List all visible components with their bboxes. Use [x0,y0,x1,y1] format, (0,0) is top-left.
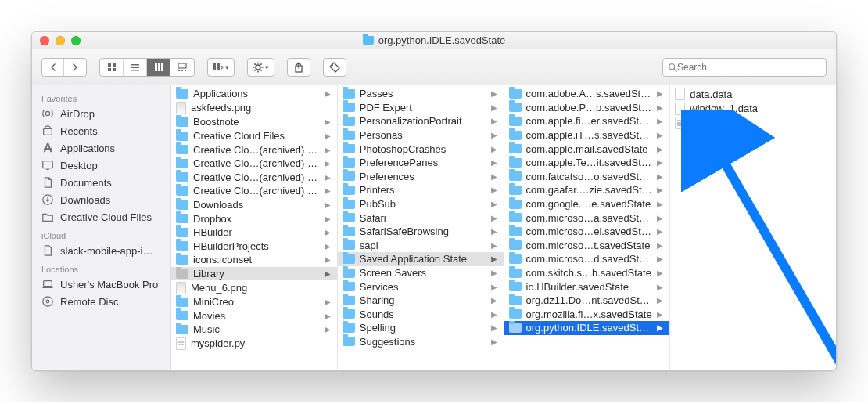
tags-button[interactable] [323,58,346,77]
svg-rect-1 [113,63,116,67]
arrange-button[interactable]: ▾ [207,58,235,77]
list-item[interactable]: Music▶ [171,323,337,337]
list-item[interactable]: Sounds▶ [338,308,504,322]
list-item[interactable]: data.data [670,87,836,102]
list-item[interactable]: com.fatcatso…o.savedState▶ [504,170,670,184]
list-item[interactable]: com.apple.mail.savedState▶ [504,142,670,156]
list-item[interactable]: HBuilder▶ [171,225,337,240]
list-item[interactable]: Spelling▶ [338,321,504,335]
list-item[interactable]: Creative Clo…(archived) (2)▶ [171,157,337,171]
sidebar-item[interactable]: slack-mobile-app-i… [32,242,170,259]
search-field[interactable] [662,58,827,77]
list-item[interactable]: askfeeds.png [171,101,337,116]
list-item[interactable]: com.microso…el.savedState▶ [504,225,670,239]
list-item[interactable]: Safari▶ [338,211,504,225]
list-item[interactable]: SafariSafeBrowsing▶ [338,225,504,239]
sidebar-item[interactable]: A̶Applications [32,139,170,157]
image-file-icon [176,102,186,114]
list-item[interactable]: com.microso…a.savedState▶ [504,211,670,225]
list-item[interactable]: Passes▶ [338,87,504,101]
list-item[interactable]: Creative Clo…(archived) (1)▶ [171,142,337,157]
list-item[interactable]: Services▶ [338,280,504,294]
list-item[interactable]: org.mozilla.fi…x.savedState▶ [504,308,670,322]
close-button[interactable] [40,36,49,45]
chevron-right-icon: ▶ [491,158,497,167]
list-item[interactable]: Suggestions▶ [338,335,504,349]
list-item[interactable]: com.google.…e.savedState▶ [504,197,670,211]
list-item[interactable]: Dropbox▶ [171,211,337,225]
sidebar-item[interactable]: AirDrop [32,105,170,122]
sidebar-item[interactable]: Remote Disc [32,293,170,310]
sidebar-item[interactable]: Downloads [32,191,170,208]
sidebar-item[interactable]: Desktop [32,157,170,174]
folder-icon [509,158,522,168]
list-item[interactable]: Creative Cloud Files▶ [171,129,337,143]
list-item[interactable]: com.adobe.P…p.savedState▶ [504,101,670,115]
list-item[interactable]: Movies▶ [171,309,337,323]
list-item[interactable]: com.apple.Te…it.savedState▶ [504,156,670,170]
list-item[interactable]: Saved Application State▶ [338,252,504,266]
list-item[interactable]: io.HBuilder.savedState▶ [504,280,670,294]
column-view-button[interactable] [147,59,170,76]
list-item[interactable]: com.microso…d.savedState▶ [504,252,670,266]
item-label: icons.iconset [193,254,320,265]
gallery-view-button[interactable] [170,59,194,76]
action-button[interactable]: ▾ [247,58,274,77]
list-item[interactable]: PDF Expert▶ [338,101,504,115]
list-item[interactable]: Personas▶ [338,128,504,142]
list-item[interactable]: myspider.py [171,337,337,352]
zoom-button[interactable] [71,36,81,45]
column[interactable]: com.adobe.A…s.savedState▶com.adobe.P…p.s… [504,85,671,370]
svg-point-38 [43,297,52,306]
chevron-right-icon: ▶ [491,145,497,153]
column[interactable]: Applications▶askfeeds.pngBoostnote▶Creat… [171,85,338,370]
forward-button[interactable] [64,59,86,76]
list-item[interactable]: Screen Savers▶ [338,266,504,280]
list-item[interactable]: Printers▶ [338,183,504,197]
list-item[interactable]: icons.iconset▶ [171,253,337,267]
icon-view-button[interactable] [100,59,124,76]
list-item[interactable]: com.microso…t.savedState▶ [504,239,670,253]
sidebar-item[interactable]: Recents [32,122,170,139]
column[interactable]: data.datawindow_1.datawindows.plist [670,85,836,370]
folder-icon [509,323,522,333]
folder-icon [176,172,188,182]
search-input[interactable] [677,62,821,73]
list-item[interactable]: Creative Clo…(archived) (4)▶ [171,184,337,198]
minimize-button[interactable] [56,36,65,45]
list-item[interactable]: com.adobe.A…s.savedState▶ [504,87,670,101]
share-button[interactable] [287,58,310,77]
list-item[interactable]: com.gaafar.…zie.savedState▶ [504,183,670,197]
list-item[interactable]: window_1.data [670,102,836,117]
list-item[interactable]: Downloads▶ [171,198,337,212]
list-item[interactable]: org.dz11.Do…nt.savedState▶ [504,294,670,308]
list-item[interactable]: com.skitch.s…h.savedState▶ [504,266,670,280]
sidebar-item[interactable]: Documents [32,174,170,191]
list-item[interactable]: Creative Clo…(archived) (3)▶ [171,171,337,185]
item-label: Creative Clo…(archived) (3) [193,171,320,183]
list-item[interactable]: Menu_6.png [171,280,337,295]
list-item[interactable]: MiniCreo▶ [171,295,337,309]
list-item[interactable]: Boostnote▶ [171,115,337,129]
list-view-button[interactable] [124,59,147,76]
sidebar-item[interactable]: Creative Cloud Files [32,208,170,225]
list-item[interactable]: PersonalizationPortrait▶ [338,114,504,128]
list-item[interactable]: PubSub▶ [338,197,504,211]
sidebar-item[interactable]: Usher's MacBook Pro [32,276,170,293]
back-button[interactable] [42,59,64,76]
column[interactable]: Passes▶PDF Expert▶PersonalizationPortrai… [338,85,504,370]
list-item[interactable]: windows.plist [670,116,836,131]
list-item[interactable]: com.apple.fi…er.savedState▶ [504,114,670,128]
folder-icon [509,309,522,319]
list-item[interactable]: sapi▶ [338,239,504,253]
list-item[interactable]: com.apple.iT…s.savedState▶ [504,128,670,142]
list-item[interactable]: Preferences▶ [338,170,504,184]
list-item[interactable]: org.python.IDLE.savedState▶ [504,321,670,335]
chevron-right-icon: ▶ [325,132,331,140]
list-item[interactable]: PreferencePanes▶ [338,156,504,170]
list-item[interactable]: Library▶ [171,267,337,281]
list-item[interactable]: Applications▶ [171,87,337,101]
list-item[interactable]: Sharing▶ [338,294,504,308]
list-item[interactable]: HBuilderProjects▶ [171,240,337,254]
list-item[interactable]: PhotoshopCrashes▶ [338,142,504,156]
